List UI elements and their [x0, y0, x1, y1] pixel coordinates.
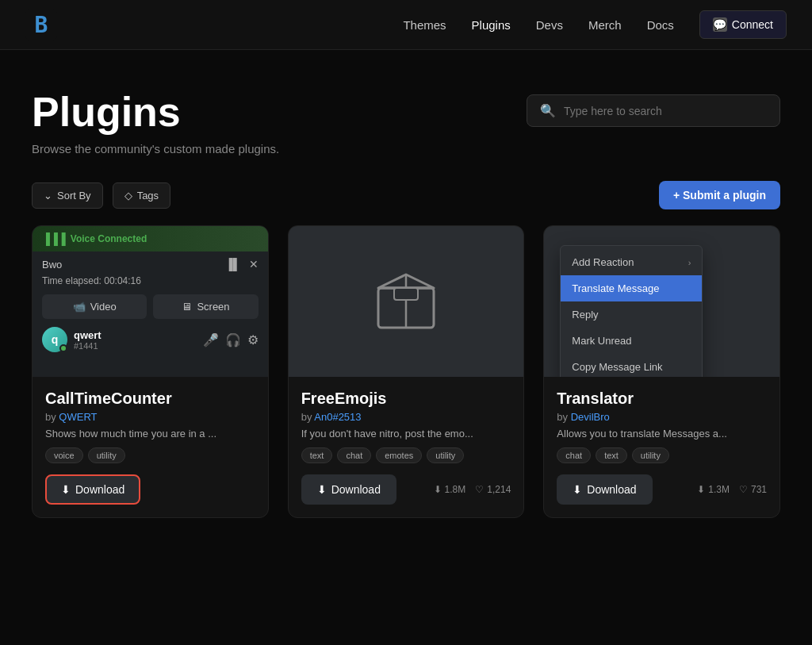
- download-count: ⬇ 1.8M: [434, 484, 466, 495]
- mic-icon[interactable]: 🎤: [203, 332, 219, 347]
- search-box: 🔍: [527, 94, 780, 127]
- card-preview-context: Add Reaction › Translate Message Reply M…: [544, 226, 779, 377]
- ctx-mark-unread[interactable]: Mark Unread: [561, 328, 702, 354]
- toolbar: ⌄ Sort By ◇ Tags + Submit a plugin: [0, 181, 812, 209]
- card-body: FreeEmojis by An0#2513 If you don't have…: [289, 377, 524, 517]
- screen-icon: 🖥: [182, 301, 192, 313]
- ctx-translate-message[interactable]: Translate Message: [561, 275, 702, 301]
- tag-emotes: emotes: [376, 447, 422, 463]
- card-author: by An0#2513: [301, 411, 511, 423]
- tag-icon: ◇: [124, 190, 132, 202]
- svg-rect-4: [394, 288, 418, 300]
- card-title: CallTimeCounter: [45, 390, 255, 408]
- box-icon: [366, 260, 446, 343]
- card-body: Translator by DevilBro Allows you to tra…: [544, 377, 779, 517]
- nav-themes[interactable]: Themes: [403, 18, 446, 32]
- ctx-reply[interactable]: Reply: [561, 301, 702, 328]
- submit-plugin-button[interactable]: + Submit a plugin: [659, 181, 780, 209]
- card-free-emojis: FreeEmojis by An0#2513 If you don't have…: [288, 225, 525, 518]
- tag-text: text: [596, 447, 627, 463]
- logo-icon: B: [25, 9, 57, 40]
- video-button[interactable]: 📹 Video: [42, 294, 147, 319]
- voice-buttons: 📹 Video 🖥 Screen: [42, 294, 259, 319]
- nav-merch[interactable]: Merch: [588, 18, 622, 32]
- user-avatar-area: q qwert #1441: [42, 327, 102, 352]
- heart-icon: ♡: [475, 484, 484, 495]
- online-indicator: [59, 344, 67, 352]
- download-stat-icon: ⬇: [697, 484, 705, 495]
- user-info: qwert #1441: [74, 329, 102, 351]
- logo: B: [25, 9, 57, 40]
- headphones-icon[interactable]: 🎧: [225, 332, 241, 347]
- connect-icon: 💬: [713, 17, 727, 32]
- bwo-label: Bwo: [42, 259, 62, 271]
- phone-icon: ✕: [249, 258, 259, 271]
- voice-panel: Bwo ▐▌ ✕ Time elapsed: 00:04:16 📹 Video …: [33, 251, 268, 359]
- card-footer: ⬇ Download ⬇ 1.3M ♡ 731: [557, 474, 767, 505]
- tag-chat: chat: [337, 447, 371, 463]
- ctx-copy-message-link[interactable]: Copy Message Link: [561, 354, 702, 377]
- screen-button[interactable]: 🖥 Screen: [153, 294, 258, 319]
- tags: voice utility: [45, 447, 255, 463]
- voice-connected-bar: ▐▐▐ Voice Connected: [33, 226, 268, 251]
- connect-button[interactable]: 💬 Connect: [699, 10, 787, 39]
- tag-text: text: [301, 447, 333, 463]
- tag-utility: utility: [427, 447, 464, 463]
- card-description: If you don't have nitro, post the emo...: [301, 428, 511, 440]
- context-menu: Add Reaction › Translate Message Reply M…: [560, 245, 703, 377]
- card-footer: ⬇ Download: [45, 474, 255, 505]
- user-controls: 🎤 🎧 ⚙: [203, 332, 259, 347]
- like-count: ♡ 731: [739, 484, 767, 495]
- card-footer: ⬇ Download ⬇ 1.8M ♡ 1,214: [301, 474, 511, 505]
- tag-utility: utility: [632, 447, 669, 463]
- video-icon: 📹: [73, 301, 86, 313]
- like-count: ♡ 1,214: [475, 484, 511, 495]
- toolbar-left: ⌄ Sort By ◇ Tags: [32, 182, 170, 209]
- page-title: Plugins: [32, 88, 279, 136]
- sort-by-button[interactable]: ⌄ Sort By: [32, 182, 103, 209]
- search-icon: 🔍: [540, 103, 556, 118]
- heart-icon: ♡: [739, 484, 748, 495]
- stats: ⬇ 1.3M ♡ 731: [697, 484, 767, 495]
- card-call-time-counter: ▐▐▐ Voice Connected Bwo ▐▌ ✕ Time elapse…: [32, 225, 269, 518]
- cards-grid: ▐▐▐ Voice Connected Bwo ▐▌ ✕ Time elapse…: [0, 225, 812, 550]
- download-button-2[interactable]: ⬇ Download: [301, 474, 396, 505]
- download-button-1[interactable]: ⬇ Download: [45, 474, 140, 505]
- download-count: ⬇ 1.3M: [697, 484, 730, 495]
- hero-section: Plugins Browse the community's custom ma…: [0, 50, 812, 181]
- card-preview-voice: ▐▐▐ Voice Connected Bwo ▐▌ ✕ Time elapse…: [33, 226, 268, 377]
- page-subtitle: Browse the community's custom made plugi…: [32, 142, 279, 155]
- ctx-add-reaction[interactable]: Add Reaction ›: [561, 249, 702, 275]
- download-stat-icon: ⬇: [434, 484, 442, 495]
- nav-plugins[interactable]: Plugins: [472, 18, 511, 32]
- card-author: by QWERT: [45, 411, 255, 423]
- voice-icons: ▐▌ ✕: [225, 258, 259, 271]
- sort-icon: ⌄: [44, 190, 52, 202]
- card-body: CallTimeCounter by QWERT Shows how much …: [33, 377, 268, 517]
- card-author: by DevilBro: [557, 411, 767, 423]
- chevron-right-icon: ›: [688, 258, 691, 267]
- download-icon: ⬇: [317, 483, 327, 496]
- user-tag: #1441: [74, 341, 102, 351]
- username: qwert: [74, 329, 102, 341]
- tags-button[interactable]: ◇ Tags: [113, 182, 170, 209]
- search-input[interactable]: [564, 105, 767, 117]
- tag-chat: chat: [557, 447, 591, 463]
- user-row: q qwert #1441 🎤 🎧 ⚙: [42, 327, 259, 352]
- gear-icon[interactable]: ⚙: [247, 332, 259, 347]
- avatar: q: [42, 327, 67, 352]
- card-description: Allows you to translate Messages a...: [557, 428, 767, 440]
- nav-docs[interactable]: Docs: [647, 18, 674, 32]
- download-icon: ⬇: [573, 483, 582, 496]
- waveform-icon: ▐▌: [225, 258, 241, 271]
- tags: chat text utility: [557, 447, 767, 463]
- nav-devs[interactable]: Devs: [536, 18, 563, 32]
- card-title: FreeEmojis: [301, 390, 511, 408]
- download-button-3[interactable]: ⬇ Download: [557, 474, 652, 505]
- hero-text: Plugins Browse the community's custom ma…: [32, 88, 279, 155]
- tag-voice: voice: [45, 447, 83, 463]
- tags: text chat emotes utility: [301, 447, 511, 463]
- card-title: Translator: [557, 390, 767, 408]
- wifi-icon: ▐▐▐: [42, 232, 66, 245]
- card-description: Shows how much time you are in a ...: [45, 428, 255, 440]
